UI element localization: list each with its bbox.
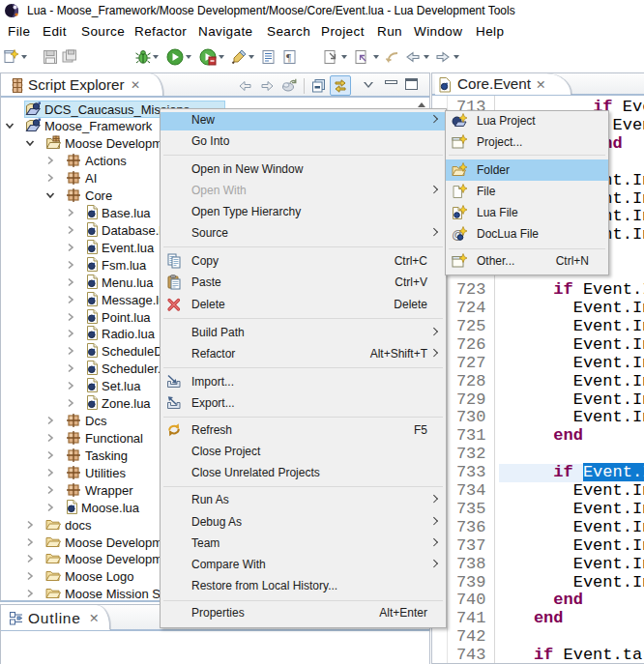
svg-text:¶: ¶ — [286, 51, 291, 63]
